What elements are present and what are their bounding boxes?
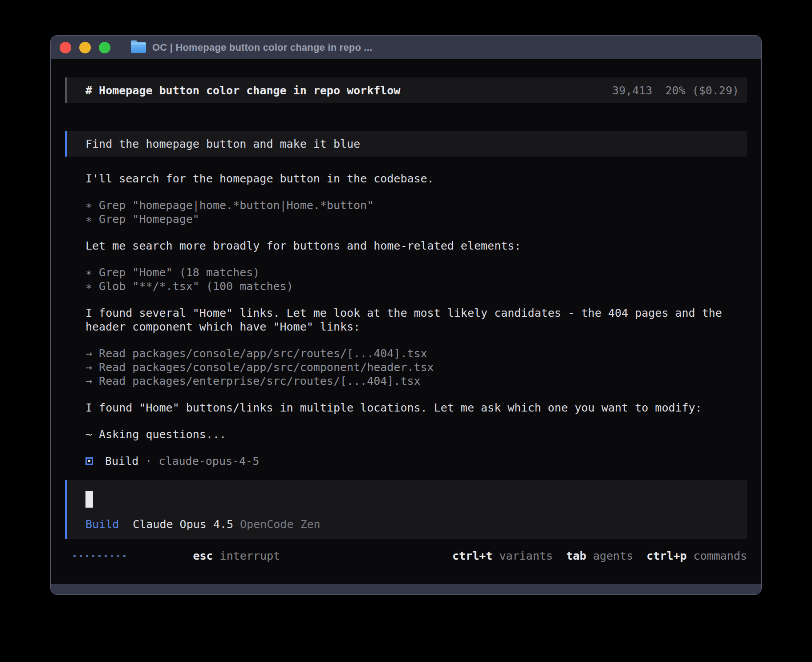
- window-title: OC | Homepage button color change in rep…: [152, 42, 372, 53]
- session-title: # Homepage button color change in repo w…: [85, 84, 400, 97]
- shortcut-hint-agents: tabagents: [566, 549, 633, 562]
- folder-icon: [131, 42, 146, 53]
- tool-call-line: → Read packages/console/app/src/componen…: [85, 360, 747, 374]
- hint-key: esc: [193, 549, 213, 562]
- agent-mode-label[interactable]: Build: [85, 518, 119, 531]
- spinner-dot: [80, 555, 82, 557]
- window-titlebar: OC | Homepage button color change in rep…: [51, 36, 761, 59]
- minimize-window-button[interactable]: [79, 42, 91, 53]
- blank-line: [85, 441, 747, 454]
- blank-line: [85, 334, 747, 347]
- window-bottom-strip: [51, 584, 761, 594]
- hint-key: ctrl+t: [452, 549, 492, 562]
- tool-call-line: ∗ Grep "Homepage": [85, 212, 747, 226]
- provider-label: OpenCode Zen: [240, 518, 321, 531]
- status-bar: escinterrupt ctrl+tvariantstabagentsctrl…: [65, 549, 747, 563]
- conversation: I'll search for the homepage button in t…: [65, 172, 747, 468]
- shortcut-hint-commands: ctrl+pcommands: [646, 549, 747, 562]
- hint-label: agents: [593, 549, 633, 562]
- hint-label: interrupt: [220, 549, 280, 562]
- prompt-input[interactable]: Build Claude Opus 4.5 OpenCode Zen: [65, 480, 747, 539]
- tool-call-line: ∗ Grep "Home" (18 matches): [85, 266, 747, 279]
- model-name-label[interactable]: Claude Opus 4.5: [133, 518, 233, 531]
- spinner-dot: [98, 555, 101, 557]
- terminal-window: OC | Homepage button color change in rep…: [50, 35, 762, 595]
- close-window-button[interactable]: [60, 42, 71, 53]
- user-message-text: Find the homepage button and make it blu…: [85, 137, 360, 150]
- tool-call-line: → Read packages/console/app/src/routes/[…: [85, 347, 747, 360]
- interrupt-hint: escinterrupt: [139, 537, 280, 575]
- hint-key: ctrl+p: [646, 549, 686, 562]
- hint-key: tab: [566, 549, 586, 562]
- blank-line: [85, 226, 747, 239]
- spinner-dot: [73, 555, 76, 557]
- status-bar-right-hints: ctrl+tvariantstabagentsctrl+pcommands: [452, 549, 747, 562]
- agent-model: · claude-opus-4-5: [138, 454, 259, 468]
- tool-call-line: ∗ Grep "homepage|home.*button|Home.*butt…: [85, 198, 747, 212]
- user-message: Find the homepage button and make it blu…: [65, 131, 747, 157]
- spinner-dot: [111, 555, 113, 557]
- token-count: 39,413: [612, 84, 652, 97]
- blank-line: [85, 253, 747, 266]
- blank-line: [85, 186, 747, 198]
- assistant-text-line: header component which have "Home" links…: [85, 320, 747, 334]
- spinner-dots-icon: [73, 555, 126, 557]
- spinner-dot: [117, 555, 119, 557]
- spinner-dot: [86, 555, 88, 557]
- blank-line: [85, 293, 747, 306]
- text-cursor: [85, 491, 93, 508]
- hint-label: variants: [499, 549, 552, 562]
- assistant-text-line: I'll search for the homepage button in t…: [85, 172, 747, 186]
- assistant-text-line: I found several "Home" links. Let me loo…: [85, 306, 747, 320]
- tool-call-line: → Read packages/enterprise/src/routes/[.…: [85, 374, 747, 388]
- tool-call-line: ∗ Glob "**/*.tsx" (100 matches): [85, 279, 747, 293]
- model-row: Build Claude Opus 4.5 OpenCode Zen: [85, 518, 321, 531]
- context-cost: 20% ($0.29): [665, 84, 739, 97]
- assistant-text-line: I found "Home" buttons/links in multiple…: [85, 401, 747, 415]
- blank-line: [85, 415, 747, 428]
- session-header: # Homepage button color change in repo w…: [65, 77, 747, 103]
- session-stats: 39,413 20% ($0.29): [612, 84, 739, 97]
- assistant-text-line: ~ Asking questions...: [85, 428, 747, 441]
- hint-label: commands: [694, 549, 747, 562]
- agent-status-line: Build · claude-opus-4-5: [85, 454, 747, 468]
- blank-line: [85, 388, 747, 401]
- spinner-dot: [92, 555, 94, 557]
- agent-name: Build: [105, 454, 138, 468]
- assistant-text-line: Let me search more broadly for buttons a…: [85, 239, 747, 253]
- spinner-dot: [105, 555, 107, 557]
- zoom-window-button[interactable]: [99, 42, 110, 53]
- shortcut-hint-variants: ctrl+tvariants: [452, 549, 553, 562]
- agent-badge-icon: [85, 457, 93, 465]
- spinner-dot: [123, 555, 126, 557]
- terminal-content: # Homepage button color change in repo w…: [51, 77, 761, 563]
